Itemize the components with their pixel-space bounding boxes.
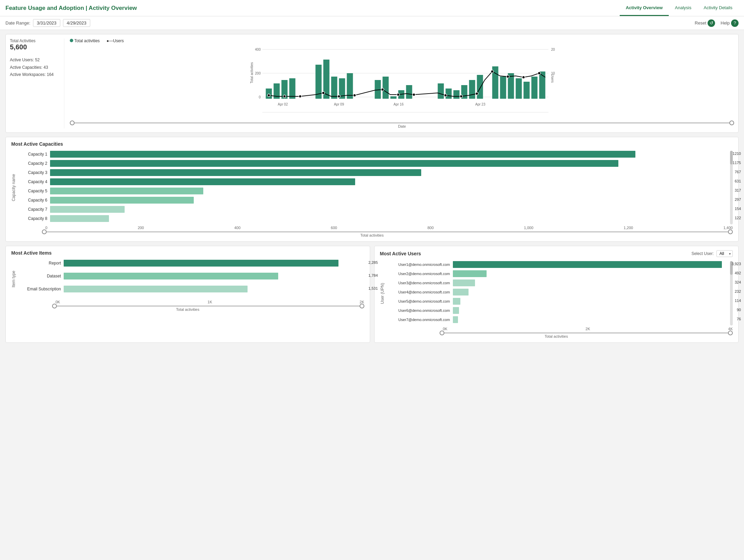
line-dot bbox=[460, 95, 463, 98]
tab-activity-details[interactable]: Activity Details bbox=[697, 0, 739, 16]
users-bar-name: User3@demo.onmicrosoft.com bbox=[389, 281, 450, 285]
line-dot bbox=[353, 94, 356, 97]
users-bar-value: 232 bbox=[735, 289, 741, 293]
capacity-bar-row: Capacity 7 154 bbox=[20, 206, 727, 213]
tab-activity-overview[interactable]: Activity Overview bbox=[620, 0, 669, 16]
toolbar-left: Date Range: 3/31/2023 4/29/2023 bbox=[5, 19, 90, 27]
items-slider-track[interactable] bbox=[52, 305, 364, 307]
capacity-x-label: Total activities bbox=[11, 233, 733, 237]
bar-9 bbox=[347, 73, 353, 99]
capacity-bar-row: Capacity 2 1175 bbox=[20, 160, 727, 167]
capacity-chart-with-scrollbar: Capacity name Capacity 1 1210 Capacity 2… bbox=[11, 151, 733, 224]
bar-19 bbox=[469, 80, 475, 99]
capacity-bar-value: 122 bbox=[735, 216, 741, 220]
select-user-dropdown-wrapper[interactable]: All ▾ bbox=[716, 250, 733, 257]
svg-text:Users: Users bbox=[551, 74, 554, 83]
svg-text:Apr 16: Apr 16 bbox=[394, 102, 404, 106]
users-bar-container: 76 bbox=[453, 316, 728, 323]
capacity-y-label: Capacity name bbox=[11, 174, 16, 201]
items-y-label: Item type bbox=[11, 271, 16, 287]
active-workspaces-label: Active Workspaces: bbox=[10, 72, 46, 77]
bar-26 bbox=[532, 77, 538, 99]
users-bar-value: 114 bbox=[735, 299, 741, 303]
users-bar-row: User1@demo.onmicrosoft.com 3,923 bbox=[389, 261, 728, 268]
items-section-title: Most Active Items bbox=[11, 250, 364, 256]
users-section-header: Most Active Users Select User: All ▾ bbox=[380, 250, 733, 257]
bar-14 bbox=[406, 85, 412, 99]
reset-button[interactable]: Reset ↺ bbox=[695, 19, 715, 27]
tab-analysis[interactable]: Analysis bbox=[669, 0, 697, 16]
bar-4 bbox=[289, 78, 296, 99]
help-label: Help bbox=[721, 20, 730, 26]
capacity-bar-container: 317 bbox=[50, 188, 727, 194]
capacity-slider[interactable] bbox=[11, 231, 733, 233]
active-stats-block: Active Users: 52 Active Capacities: 43 A… bbox=[10, 57, 59, 79]
users-bar-container: 232 bbox=[453, 289, 728, 295]
active-users-value: 52 bbox=[35, 58, 39, 62]
capacity-slider-track[interactable] bbox=[42, 231, 733, 233]
active-workspaces-value: 164 bbox=[47, 72, 54, 77]
timeline-chart-panel: Total activities ●—Users 400 200 0 bbox=[64, 38, 734, 128]
users-slider[interactable] bbox=[380, 332, 733, 334]
timeline-x-label: Date bbox=[70, 124, 734, 128]
main-content: Total Activities 5,600 Active Users: 52 … bbox=[0, 30, 744, 347]
items-bar bbox=[64, 260, 338, 267]
bar-22 bbox=[500, 77, 506, 99]
stats-panel: Total Activities 5,600 Active Users: 52 … bbox=[10, 38, 64, 128]
line-dot bbox=[522, 76, 525, 79]
timeline-slider-right-thumb[interactable] bbox=[729, 121, 734, 125]
capacity-bar bbox=[50, 215, 109, 222]
users-x-tick: 0K bbox=[443, 327, 447, 331]
items-section: Most Active Items Item type Report 2,285… bbox=[5, 246, 370, 343]
items-slider-left-thumb[interactable] bbox=[52, 304, 57, 308]
date-end-picker[interactable]: 4/29/2023 bbox=[63, 19, 90, 27]
users-hbar-content: User1@demo.onmicrosoft.com 3,923 User2@d… bbox=[389, 261, 728, 325]
capacity-section: Most Active Capacities Capacity name Cap… bbox=[5, 137, 739, 242]
users-slider-right-thumb[interactable] bbox=[728, 331, 733, 335]
timeline-slider-track[interactable] bbox=[70, 122, 734, 124]
capacity-hbar-chart: Capacity name Capacity 1 1210 Capacity 2… bbox=[11, 151, 727, 224]
users-slider-track[interactable] bbox=[440, 332, 733, 334]
users-bar-row: User2@demo.onmicrosoft.com 492 bbox=[389, 270, 728, 277]
bar-25 bbox=[524, 82, 530, 99]
capacity-bar-container: 767 bbox=[50, 169, 727, 176]
capacity-slider-left-thumb[interactable] bbox=[42, 229, 47, 234]
active-users-label: Active Users: bbox=[10, 58, 34, 62]
timeline-slider[interactable] bbox=[70, 122, 734, 124]
users-section: Most Active Users Select User: All ▾ Use… bbox=[374, 246, 739, 343]
users-y-label: User (UPN) bbox=[380, 283, 385, 304]
capacity-slider-right-thumb[interactable] bbox=[728, 229, 733, 234]
capacity-bar-name: Capacity 7 bbox=[20, 207, 47, 212]
users-section-title: Most Active Users bbox=[380, 251, 421, 256]
bar-24 bbox=[516, 78, 522, 99]
select-user-dropdown[interactable]: All bbox=[716, 250, 733, 257]
bar-12 bbox=[391, 96, 397, 99]
total-activities-block: Total Activities 5,600 bbox=[10, 38, 59, 51]
users-scrollbar[interactable] bbox=[730, 261, 733, 325]
users-x-axis: 0K2K4K bbox=[380, 327, 733, 331]
items-slider[interactable] bbox=[11, 305, 364, 307]
users-bar-value: 324 bbox=[735, 280, 741, 284]
users-slider-left-thumb[interactable] bbox=[440, 331, 444, 335]
capacity-x-tick: 800 bbox=[427, 226, 433, 230]
users-bar-value: 492 bbox=[735, 271, 741, 275]
items-x-tick: 0K bbox=[56, 300, 60, 304]
timeline-svg: 400 200 0 20 10 Total activities Users bbox=[70, 46, 734, 121]
users-bar-name: User5@demo.onmicrosoft.com bbox=[389, 299, 450, 303]
line-dot bbox=[338, 95, 341, 98]
items-x-axis: 0K1K2K bbox=[11, 300, 364, 304]
date-start-picker[interactable]: 3/31/2023 bbox=[33, 19, 60, 27]
capacity-bar-row: Capacity 4 631 bbox=[20, 178, 727, 185]
items-slider-right-thumb[interactable] bbox=[360, 304, 364, 308]
users-bar bbox=[453, 270, 487, 277]
timeline-chart-area: 400 200 0 20 10 Total activities Users bbox=[70, 46, 734, 121]
timeline-slider-left-thumb[interactable] bbox=[70, 121, 75, 125]
users-bar-container: 324 bbox=[453, 279, 728, 286]
capacity-section-title: Most Active Capacities bbox=[11, 141, 733, 147]
line-dot bbox=[283, 95, 286, 98]
users-bar bbox=[453, 307, 459, 314]
users-bar-name: User1@demo.onmicrosoft.com bbox=[389, 262, 450, 267]
users-x-tick: 2K bbox=[586, 327, 590, 331]
capacity-bar-row: Capacity 6 297 bbox=[20, 197, 727, 204]
help-button[interactable]: Help ? bbox=[721, 19, 739, 27]
